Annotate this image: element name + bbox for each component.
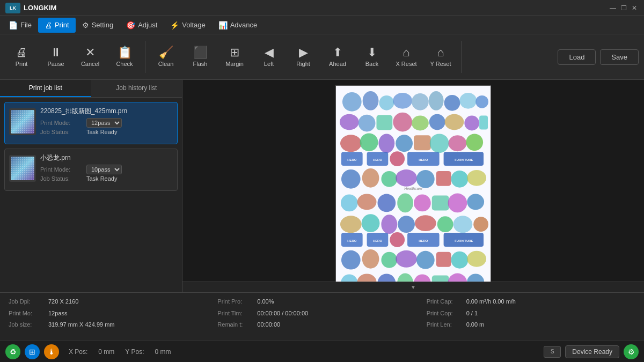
minimize-button[interactable]: — bbox=[609, 4, 617, 12]
status-value-col3-1: 0 / 1 bbox=[466, 309, 478, 319]
job-details-job2: 小恐龙.prn Print Mode: 6pass8pass10pass12pa… bbox=[40, 153, 173, 183]
svg-text:FURNITURE: FURNITURE bbox=[455, 158, 473, 161]
job-field-status-job2: Job Status: Task Ready bbox=[40, 175, 173, 182]
toolbar-btn-ahead[interactable]: ⬆Ahead bbox=[321, 38, 354, 76]
toolbar-label-flash: Flash bbox=[193, 61, 208, 67]
save-button[interactable]: Save bbox=[600, 49, 639, 65]
svg-point-11 bbox=[358, 115, 376, 132]
svg-point-37 bbox=[362, 168, 379, 188]
toolbar-separator-1 bbox=[145, 41, 145, 73]
job-print-mode-select-job2[interactable]: 6pass8pass10pass12pass bbox=[86, 165, 122, 174]
svg-rect-50 bbox=[432, 196, 449, 211]
svg-text:Healthcare: Healthcare bbox=[404, 187, 422, 190]
device-ready-button[interactable]: Device Ready bbox=[565, 345, 619, 358]
svg-rect-12 bbox=[376, 115, 392, 130]
job-item-job1[interactable]: 220825_排版新图_425mm.prn Print Mode: 6pass8… bbox=[4, 102, 178, 144]
preview-image: HERO HERO HERO FURNITURE bbox=[335, 85, 491, 282]
thermometer-icon-button[interactable]: 🌡 bbox=[44, 344, 59, 359]
grid-icon-button[interactable]: ⊞ bbox=[25, 344, 40, 359]
toolbar-btn-right[interactable]: ▶Right bbox=[287, 38, 319, 76]
preview-svg: HERO HERO HERO FURNITURE bbox=[336, 86, 491, 282]
svg-point-13 bbox=[393, 113, 412, 132]
svg-point-31 bbox=[390, 151, 405, 166]
app-name: LONGKIM bbox=[24, 4, 56, 12]
settings-icon-button[interactable]: ⚙ bbox=[624, 344, 639, 359]
svg-rect-18 bbox=[479, 116, 488, 130]
toolbar-icon-print: 🖨 bbox=[16, 47, 27, 58]
toolbar-btn-yreset[interactable]: ⌂Y Reset bbox=[425, 38, 457, 76]
menu-icon-setting: ⚙ bbox=[82, 21, 89, 29]
menu-icon-file: 📄 bbox=[9, 21, 18, 29]
status-value-col1-0: 720 X 2160 bbox=[48, 297, 78, 307]
menu-item-file[interactable]: 📄File bbox=[2, 18, 38, 33]
restore-button[interactable]: ❐ bbox=[619, 4, 628, 12]
toolbar-label-clean: Clean bbox=[158, 61, 174, 67]
status-value-col3-2: 0.00 m bbox=[466, 320, 485, 330]
menu-item-adjust[interactable]: 🎯Adjust bbox=[120, 18, 164, 33]
job-field-status-job1: Job Status: Task Ready bbox=[40, 129, 173, 135]
svg-point-76 bbox=[451, 252, 469, 269]
status-label-col1-1: Print Mo: bbox=[9, 309, 46, 319]
scroll-down-icon[interactable]: ▼ bbox=[411, 284, 416, 290]
titlebar-controls: — ❐ ✕ bbox=[609, 4, 639, 12]
position-info: X Pos: 0 mm Y Pos: 0 mm bbox=[69, 348, 171, 356]
svg-point-45 bbox=[341, 195, 358, 212]
left-panel: Print job list Job history list 220825_排… bbox=[0, 80, 182, 292]
toolbar-icon-left: ◀ bbox=[265, 47, 274, 58]
app-logo: LK LONGKIM bbox=[5, 3, 56, 13]
status-col-1: Job Dpi: 720 X 2160 Print Mo: 12pass Job… bbox=[9, 297, 217, 336]
menu-item-advance[interactable]: 📊Advance bbox=[212, 18, 264, 33]
x-pos-label: X Pos: bbox=[69, 348, 87, 356]
scroll-indicator[interactable]: ▼ bbox=[182, 282, 644, 292]
status-value-col2-1: 00:00:00 / 00:00:00 bbox=[257, 309, 308, 319]
toolbar-btn-check[interactable]: 📋Check bbox=[108, 38, 141, 76]
toolbar-btn-clean[interactable]: 🧹Clean bbox=[150, 38, 182, 76]
menu-item-voltage[interactable]: ⚡Voltage bbox=[164, 18, 211, 33]
menu-item-setting[interactable]: ⚙Setting bbox=[76, 18, 120, 33]
toolbar-btn-margin[interactable]: ⊞Margin bbox=[218, 38, 251, 76]
load-button[interactable]: Load bbox=[558, 49, 596, 65]
toolbar-btn-flash[interactable]: ⬛Flash bbox=[184, 38, 216, 76]
svg-text:HERO: HERO bbox=[419, 158, 428, 161]
svg-point-54 bbox=[362, 214, 380, 232]
toolbar-label-margin: Margin bbox=[225, 61, 244, 67]
toolbar-icon-margin: ⊞ bbox=[230, 47, 239, 58]
toolbar-btn-left[interactable]: ◀Left bbox=[253, 38, 285, 76]
menu-icon-print: 🖨 bbox=[45, 21, 52, 29]
status-label-col3-0: Print Cap: bbox=[427, 297, 464, 307]
status-value-col3-0: 0.00 m²/h 0.00 m/h bbox=[466, 297, 516, 307]
toolbar-btn-xreset[interactable]: ⌂X Reset bbox=[390, 38, 422, 76]
svg-point-51 bbox=[448, 194, 467, 213]
status-value-col1-2: 319.97 mm X 424.99 mm bbox=[48, 320, 115, 330]
job-status-label-job2: Job Status: bbox=[40, 175, 83, 182]
menu-item-print[interactable]: 🖨Print bbox=[38, 18, 76, 33]
job-item-job2[interactable]: 小恐龙.prn Print Mode: 6pass8pass10pass12pa… bbox=[4, 149, 178, 191]
job-print-mode-select-job1[interactable]: 6pass8pass10pass12pass bbox=[86, 118, 122, 128]
status-col-2: Print Pro: 0.00% Print Tim: 00:00:00 / 0… bbox=[217, 297, 426, 336]
svg-point-55 bbox=[381, 215, 397, 234]
svg-text:HERO: HERO bbox=[373, 239, 383, 242]
toolbar-btn-pause[interactable]: ⏸Pause bbox=[40, 38, 72, 76]
toolbar-btn-back[interactable]: ⬇Back bbox=[356, 38, 388, 76]
job-field-print-mode-job1: Print Mode: 6pass8pass10pass12pass bbox=[40, 118, 173, 128]
status-label-col2-2: Remain t: bbox=[217, 320, 255, 330]
menu-label-setting: Setting bbox=[92, 21, 113, 29]
svg-point-59 bbox=[453, 216, 472, 233]
status-field-col2-2: Remain t: 00:00:00 bbox=[217, 320, 426, 330]
status-label-col3-1: Print Cop: bbox=[427, 309, 464, 319]
toolbar-btn-print[interactable]: 🖨Print bbox=[5, 38, 38, 76]
preview-scroll-area[interactable]: HERO HERO HERO FURNITURE bbox=[182, 80, 644, 282]
toolbar-icon-back: ⬇ bbox=[367, 47, 377, 58]
tab-print-job-list[interactable]: Print job list bbox=[0, 80, 91, 97]
close-button[interactable]: ✕ bbox=[630, 4, 639, 12]
toolbar-icon-cancel: ✕ bbox=[85, 47, 95, 58]
toolbar-btn-cancel[interactable]: ✕Cancel bbox=[74, 38, 106, 76]
job-status-value-job1: Task Ready bbox=[86, 129, 117, 135]
toolbar-label-ahead: Ahead bbox=[329, 61, 346, 67]
job-status-value-job2: Task Ready bbox=[86, 175, 117, 182]
toolbar-label-xreset: X Reset bbox=[396, 61, 416, 67]
toolbar-icon-flash: ⬛ bbox=[193, 47, 208, 58]
bottom-bar: ♻ ⊞ 🌡 X Pos: 0 mm Y Pos: 0 mm S Device R… bbox=[0, 341, 644, 362]
tab-job-history-list[interactable]: Job history list bbox=[91, 80, 182, 97]
recycle-icon-button[interactable]: ♻ bbox=[5, 344, 20, 359]
